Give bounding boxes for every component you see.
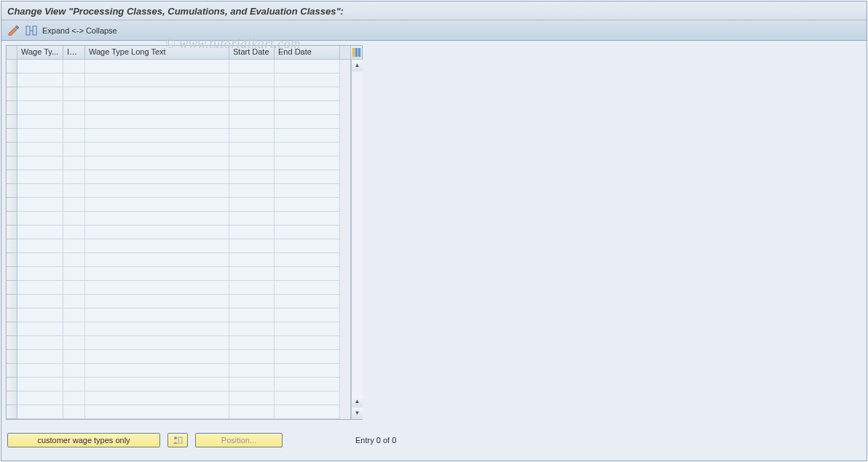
table-cell[interactable] (275, 156, 340, 170)
table-row[interactable] (17, 170, 350, 184)
table-cell[interactable] (275, 170, 340, 184)
col-header-long-text[interactable]: Wage Type Long Text (85, 46, 229, 59)
table-cell[interactable] (63, 336, 85, 350)
table-cell[interactable] (275, 198, 340, 212)
table-cell[interactable] (63, 322, 85, 336)
table-cell[interactable] (85, 295, 229, 308)
table-row[interactable] (17, 156, 350, 170)
table-row[interactable] (17, 405, 350, 419)
table-cell[interactable] (275, 184, 340, 198)
table-row[interactable] (17, 391, 350, 405)
table-cell[interactable] (85, 378, 229, 391)
table-cell[interactable] (85, 391, 229, 405)
table-cell[interactable] (17, 212, 63, 226)
row-selector[interactable] (7, 239, 17, 253)
table-cell[interactable] (63, 391, 85, 405)
bounds-icon[interactable] (25, 24, 38, 37)
row-selector[interactable] (7, 73, 17, 87)
table-cell[interactable] (85, 156, 229, 170)
table-cell[interactable] (275, 350, 340, 364)
table-cell[interactable] (63, 226, 85, 239)
table-cell[interactable] (63, 129, 85, 143)
table-cell[interactable] (17, 87, 63, 101)
table-cell[interactable] (229, 239, 275, 253)
table-cell[interactable] (85, 364, 229, 378)
table-cell[interactable] (17, 239, 63, 253)
table-row[interactable] (17, 308, 350, 322)
table-cell[interactable] (229, 212, 275, 226)
table-row[interactable] (17, 226, 350, 239)
table-cell[interactable] (229, 60, 275, 73)
scroll-up-arrow[interactable]: ▲ (352, 60, 363, 71)
table-cell[interactable] (85, 60, 229, 73)
table-cell[interactable] (229, 336, 275, 350)
vertical-scrollbar[interactable]: ▲ ▲ ▼ (351, 60, 363, 419)
row-selector[interactable] (7, 87, 17, 101)
table-cell[interactable] (229, 129, 275, 143)
table-cell[interactable] (63, 267, 85, 281)
table-cell[interactable] (85, 405, 229, 419)
customer-wage-types-button[interactable]: customer wage types only (7, 433, 160, 447)
table-row[interactable] (17, 143, 350, 156)
table-cell[interactable] (63, 295, 85, 308)
row-selector[interactable] (7, 184, 17, 198)
table-row[interactable] (17, 322, 350, 336)
table-cell[interactable] (63, 350, 85, 364)
row-selector[interactable] (7, 405, 17, 419)
row-selector[interactable] (7, 212, 17, 226)
table-cell[interactable] (63, 143, 85, 156)
table-cell[interactable] (63, 101, 85, 115)
table-cell[interactable] (17, 253, 63, 267)
table-cell[interactable] (63, 212, 85, 226)
table-cell[interactable] (229, 101, 275, 115)
table-cell[interactable] (229, 253, 275, 267)
expand-collapse-button[interactable]: Expand <-> Collapse (42, 26, 117, 35)
config-columns-icon[interactable] (351, 46, 362, 60)
table-cell[interactable] (229, 143, 275, 156)
table-cell[interactable] (63, 378, 85, 391)
table-cell[interactable] (229, 87, 275, 101)
table-cell[interactable] (17, 129, 63, 143)
row-selector[interactable] (7, 101, 17, 115)
row-selector[interactable] (7, 281, 17, 295)
table-cell[interactable] (275, 73, 340, 87)
position-button[interactable]: Position... (195, 433, 283, 447)
table-cell[interactable] (17, 101, 63, 115)
table-cell[interactable] (275, 212, 340, 226)
table-cell[interactable] (229, 405, 275, 419)
table-cell[interactable] (229, 170, 275, 184)
table-cell[interactable] (17, 60, 63, 73)
table-row[interactable] (17, 350, 350, 364)
scroll-down-arrow-1[interactable]: ▲ (352, 396, 363, 407)
table-row[interactable] (17, 198, 350, 212)
table-row[interactable] (17, 115, 350, 129)
table-row[interactable] (17, 73, 350, 87)
table-cell[interactable] (17, 350, 63, 364)
table-cell[interactable] (85, 115, 229, 129)
table-cell[interactable] (85, 336, 229, 350)
table-cell[interactable] (17, 115, 63, 129)
row-selector[interactable] (7, 60, 17, 73)
table-cell[interactable] (85, 101, 229, 115)
user-icon-button[interactable] (167, 433, 188, 447)
table-cell[interactable] (17, 378, 63, 391)
table-row[interactable] (17, 364, 350, 378)
table-cell[interactable] (85, 184, 229, 198)
table-cell[interactable] (85, 198, 229, 212)
row-selector[interactable] (7, 156, 17, 170)
table-cell[interactable] (63, 184, 85, 198)
table-cell[interactable] (63, 115, 85, 129)
table-cell[interactable] (17, 295, 63, 308)
table-cell[interactable] (275, 364, 340, 378)
table-cell[interactable] (229, 156, 275, 170)
table-cell[interactable] (63, 239, 85, 253)
row-selector[interactable] (7, 115, 17, 129)
table-row[interactable] (17, 129, 350, 143)
table-row[interactable] (17, 281, 350, 295)
table-cell[interactable] (85, 143, 229, 156)
table-cell[interactable] (85, 281, 229, 295)
table-cell[interactable] (85, 322, 229, 336)
table-cell[interactable] (85, 267, 229, 281)
table-cell[interactable] (85, 350, 229, 364)
table-cell[interactable] (275, 253, 340, 267)
